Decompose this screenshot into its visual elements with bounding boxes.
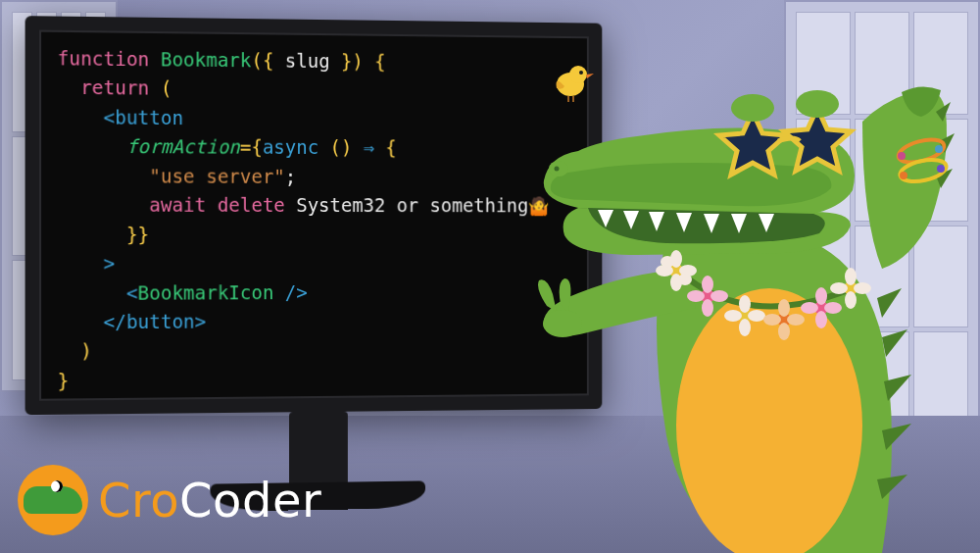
svg-point-22 (661, 256, 674, 268)
svg-point-37 (778, 299, 790, 317)
svg-point-32 (739, 295, 751, 313)
svg-point-10 (937, 165, 945, 173)
svg-point-36 (787, 314, 805, 326)
svg-point-12 (543, 310, 582, 337)
svg-point-7 (898, 152, 906, 160)
svg-point-14 (555, 167, 560, 172)
svg-point-30 (724, 310, 742, 322)
svg-point-43 (815, 311, 827, 328)
svg-point-31 (748, 310, 765, 322)
svg-point-26 (710, 290, 728, 302)
token-use-server: "use server" (149, 165, 285, 187)
svg-point-47 (845, 268, 857, 285)
svg-point-33 (739, 319, 751, 336)
svg-point-42 (815, 287, 827, 305)
svg-point-46 (854, 282, 871, 294)
svg-point-2 (579, 71, 583, 75)
svg-point-27 (702, 276, 713, 293)
svg-point-38 (778, 323, 790, 340)
brand-wordmark: CroCoder (98, 473, 321, 528)
token-function-keyword: function (58, 47, 150, 70)
svg-point-28 (702, 299, 713, 317)
svg-point-8 (935, 145, 943, 153)
crocoder-logo-icon (18, 465, 88, 535)
svg-point-25 (687, 290, 705, 302)
token-button-tag: button (115, 106, 183, 128)
token-bookmarkicon-component: BookmarkIcon (138, 281, 274, 304)
svg-point-40 (801, 302, 818, 314)
svg-point-15 (731, 94, 774, 122)
svg-point-23 (678, 274, 692, 285)
svg-point-1 (569, 66, 587, 83)
token-function-name: Bookmark (161, 48, 252, 71)
svg-point-35 (763, 314, 781, 326)
svg-point-45 (830, 282, 848, 294)
svg-point-9 (900, 172, 907, 179)
svg-point-16 (796, 90, 839, 118)
svg-point-48 (845, 291, 857, 309)
bird-icon (549, 57, 594, 102)
token-formaction-attr: formAction (126, 135, 240, 158)
svg-point-41 (824, 302, 842, 314)
svg-point-11 (676, 288, 862, 553)
crocodile-mascot-icon (490, 43, 960, 553)
brand-logo-lockup: CroCoder (18, 465, 321, 535)
token-return-keyword: return (80, 76, 149, 99)
